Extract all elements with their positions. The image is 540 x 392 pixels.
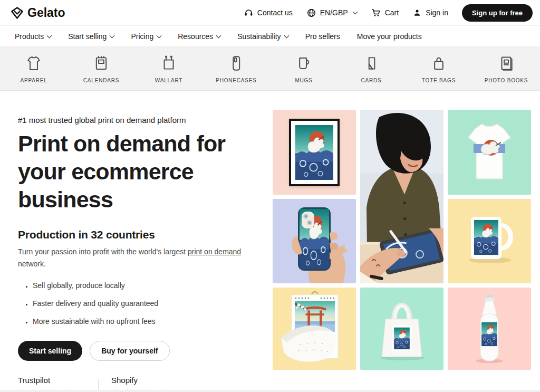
category-calendars[interactable]: CALENDARS [68,47,135,90]
category-label: APPAREL [21,78,47,83]
mug-image [448,199,531,283]
rating-name: Trustpilot [18,376,95,385]
contact-us-link[interactable]: Contact us [244,8,293,18]
hero-bullets: Sell globally, produce locally Faster de… [18,281,270,326]
category-bar: APPAREL CALENDARS WALLART PHONECASES MUG… [0,46,540,91]
calendar-icon [92,54,110,72]
category-label: WALLART [155,78,182,83]
cart-label: Cart [385,8,399,17]
sign-in-label: Sign in [426,8,448,17]
phonecase-icon [227,54,245,72]
description-prefix: Turn your passion into profit with the w… [18,247,188,256]
sign-in-link[interactable]: Sign in [412,8,448,17]
hero-copy: #1 most trusted global print on demand p… [18,112,270,392]
chevron-down-icon [47,33,52,38]
chevron-down-icon [284,33,289,38]
tshirt-image [448,110,531,195]
person-icon [412,8,422,17]
category-label: TOTE BAGS [422,78,456,83]
cart-icon [371,7,381,18]
chevron-down-icon [110,33,115,38]
category-wallart[interactable]: WALLART [135,47,202,90]
nav-item-products[interactable]: Products [6,32,60,41]
top-bar: Gelato Contact us EN/GBP [0,0,540,25]
hero-title: Print on demand for your ecommerce busin… [18,130,270,214]
tile-calendar [273,288,356,370]
rating-name: Shopify [111,376,188,385]
gelato-logo-icon [11,6,24,20]
main-nav: Products Start selling Pricing Resources… [0,25,540,46]
globe-icon [306,8,316,18]
bullet-item: Sell globally, produce locally [33,281,270,290]
nav-item-pro-sellers[interactable]: Pro sellers [297,32,349,41]
mug-icon [295,54,313,72]
description-suffix: network. [18,260,46,268]
nav-item-resources[interactable]: Resources [169,32,229,41]
category-photo-books[interactable]: PHOTO BOOKS [472,47,540,90]
calendar-image [273,288,356,370]
locale-label: EN/GBP [320,8,348,17]
hero-subtitle: Production in 32 countries [18,228,270,241]
hero-section: #1 most trusted global print on demand p… [0,91,540,392]
buy-for-yourself-button[interactable]: Buy for yourself [90,341,169,361]
category-label: CALENDARS [83,78,119,83]
tile-phone-case [273,199,356,283]
tote-bag-image [360,288,443,370]
category-label: MUGS [295,78,312,83]
print-on-demand-link[interactable]: print on demand [188,247,241,256]
nav-item-start-selling[interactable]: Start selling [60,32,122,41]
category-cards[interactable]: CARDS [338,47,405,90]
locale-selector[interactable]: EN/GBP [306,8,357,18]
tile-tote-bag [360,288,443,370]
phone-case-image [273,199,356,283]
category-phonecases[interactable]: PHONECASES [202,47,270,90]
category-tote-bags[interactable]: TOTE BAGS [405,47,472,90]
chevron-down-icon [216,33,221,38]
photo-book-icon [497,54,515,72]
top-bar-actions: Contact us EN/GBP Cart Sign in [244,4,533,22]
category-label: PHOTO BOOKS [485,78,528,83]
wallart-icon [160,54,178,72]
category-apparel[interactable]: APPAREL [0,47,68,90]
cards-icon [362,54,380,72]
category-mugs[interactable]: MUGS [270,47,338,90]
sign-up-button[interactable]: Sign up for free [462,4,533,22]
tile-mug [448,199,531,283]
tile-framed-wall-art [273,110,356,195]
bullet-item: Faster delivery and quality guaranteed [33,299,270,308]
category-label: PHONECASES [216,78,256,83]
chevron-down-icon [352,9,358,15]
cart-button[interactable]: Cart [371,7,399,18]
start-selling-button[interactable]: Start selling [18,341,82,361]
tile-tshirt [448,110,531,195]
product-gallery [273,110,532,392]
water-bottle-image [448,288,531,370]
tshirt-icon [25,54,43,72]
tile-water-bottle [448,288,531,370]
bullet-item: More sustainable with no upfront fees [33,317,270,326]
hero-description: Turn your passion into profit with the w… [18,246,253,270]
nav-item-sustainability[interactable]: Sustainability [229,32,297,41]
nav-item-pricing[interactable]: Pricing [122,32,169,41]
hero-eyebrow: #1 most trusted global print on demand p… [18,116,270,125]
brand-name: Gelato [27,6,65,20]
designer-photo-image [360,110,443,283]
category-label: CARDS [361,78,381,83]
chevron-down-icon [157,33,162,38]
gelato-logo[interactable]: Gelato [11,6,65,20]
framed-art-image [289,119,340,186]
nav-item-move-your-products[interactable]: Move your products [349,32,430,41]
tote-bag-icon [430,54,448,72]
contact-us-label: Contact us [257,8,293,17]
next-section-edge [0,390,540,392]
headset-icon [244,8,254,18]
tile-designer-photo [360,110,443,283]
cta-row: Start selling Buy for yourself [18,341,270,361]
